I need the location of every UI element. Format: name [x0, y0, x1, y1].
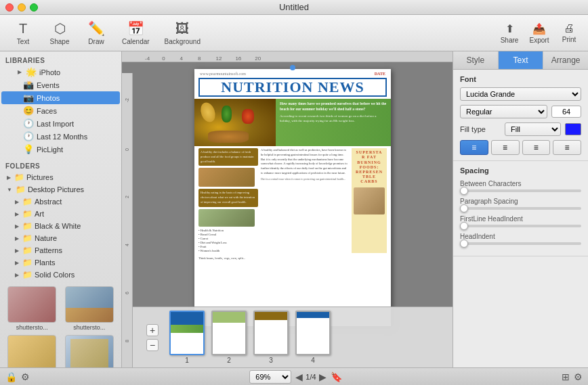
- between-chars-thumb[interactable]: [460, 187, 468, 195]
- text-button[interactable]: T Text: [7, 18, 39, 48]
- folder-art[interactable]: ▶ 📁 Art: [1, 208, 120, 220]
- page-title-box[interactable]: NUTRITION NEWS: [198, 78, 387, 97]
- libraries-header: LIBRARIES: [0, 55, 121, 66]
- draw-button[interactable]: ✏️ Draw: [80, 18, 112, 48]
- main-content: A healthy diet includes a balance of fre…: [194, 146, 391, 255]
- align-justify-button[interactable]: ≡: [553, 140, 581, 155]
- intro-text: How many times have we promised ourselve…: [276, 99, 391, 146]
- folder-black-white[interactable]: ▶ 📁 Black & White: [1, 220, 120, 232]
- sidebar-item-piclight[interactable]: 💡 PicLight: [1, 143, 120, 156]
- sidebar-item-faces[interactable]: 😊 Faces: [1, 104, 120, 117]
- folder-desktop[interactable]: ▼ 📁 Desktop Pictures: [1, 183, 120, 196]
- folder-patterns[interactable]: ▶ 📁 Patterns: [1, 244, 120, 256]
- thumb-4[interactable]: shuttersto...: [63, 335, 117, 367]
- date-label: DATE: [375, 72, 385, 76]
- close-button[interactable]: [5, 3, 14, 12]
- maximize-button[interactable]: [30, 3, 38, 12]
- arrange-tab[interactable]: Arrange: [543, 51, 588, 69]
- font-section: Font Lucida Grande Regular Fill type Fil…: [453, 70, 588, 161]
- zoom-out-button[interactable]: −: [146, 339, 159, 351]
- thumb-2-label: shuttersto...: [73, 324, 105, 331]
- folder-icon: 📁: [16, 185, 26, 194]
- calendar-label: Calendar: [122, 38, 150, 45]
- align-right-button[interactable]: ≡: [522, 140, 551, 155]
- ruler-top: -4 0 4 8 12 16 20: [122, 51, 453, 62]
- folder-pictures[interactable]: ▶ 📁 Pictures: [1, 171, 120, 183]
- share-button[interactable]: ⬆ Share: [497, 22, 522, 44]
- font-style-row: Regular: [460, 105, 581, 118]
- background-button[interactable]: 🖼 Background: [159, 18, 206, 48]
- font-name-select[interactable]: Lucida Grande: [460, 87, 581, 101]
- shape-button[interactable]: ⬡ Shape: [43, 18, 76, 48]
- page-thumb-2[interactable]: 2: [211, 311, 247, 364]
- shape-label: Shape: [50, 38, 70, 45]
- between-chars-label: Between Characters: [460, 180, 581, 187]
- expand-icon: ▶: [15, 199, 19, 205]
- green-band: How many times have we promised ourselve…: [194, 99, 391, 146]
- ruler-left: -2 0 2 4 6 8: [122, 73, 133, 367]
- resize-handle-top[interactable]: [290, 65, 295, 70]
- folders-header: FOLDERS: [0, 161, 121, 171]
- folder-plants[interactable]: ▶ 📁 Plants: [1, 256, 120, 269]
- right-panel: Style Text Arrange Font Lucida Grande Re…: [453, 51, 588, 367]
- thumb-num-1: 1: [185, 357, 189, 364]
- gear-icon[interactable]: ⚙: [574, 371, 583, 382]
- settings-icon[interactable]: ⚙: [21, 371, 30, 382]
- left-column: A healthy diet includes a balance of fre…: [198, 148, 258, 253]
- thumbnail-strip: + − 1: [133, 307, 453, 367]
- headindent-thumb[interactable]: [460, 240, 468, 248]
- paragraph-thumb[interactable]: [460, 204, 468, 212]
- fill-color-swatch[interactable]: [565, 123, 581, 135]
- paragraph-slider[interactable]: [460, 207, 581, 210]
- minimize-button[interactable]: [18, 3, 26, 12]
- sidebar-item-last-import[interactable]: 🕐 Last Import: [1, 117, 120, 130]
- thumb-3[interactable]: shuttersto...: [5, 335, 59, 367]
- style-tab[interactable]: Style: [453, 51, 499, 69]
- font-style-select[interactable]: Regular: [460, 105, 547, 118]
- thumb-page-4-img: [295, 311, 331, 355]
- draw-label: Draw: [88, 38, 104, 45]
- font-size-input[interactable]: [551, 106, 581, 118]
- print-button[interactable]: 🖨 Print: [557, 22, 581, 43]
- thumb-page-2-img: [211, 311, 247, 355]
- text-tab[interactable]: Text: [499, 51, 544, 69]
- firstline-slider[interactable]: [460, 225, 581, 227]
- firstline-thumb[interactable]: [460, 222, 468, 230]
- thumb-2[interactable]: shuttersto...: [63, 286, 117, 331]
- folder-abstract[interactable]: ▶ 📁 Abstract: [1, 196, 120, 208]
- next-page-button[interactable]: ▶: [319, 371, 327, 382]
- sidebar-item-iphoto[interactable]: ▶ 🌟 iPhoto: [1, 66, 120, 78]
- last-import-icon: 🕐: [23, 118, 34, 129]
- canvas-content[interactable]: www.pearmountainsoft.com DATE NUTRITION …: [133, 62, 453, 367]
- folder-nature[interactable]: ▶ 📁 Nature: [1, 232, 120, 244]
- prev-page-button[interactable]: ◀: [295, 371, 303, 382]
- folder-solid-colors[interactable]: ▶ 📁 Solid Colors: [1, 269, 120, 281]
- between-chars-slider[interactable]: [460, 189, 581, 192]
- bookmark-icon[interactable]: 🔖: [331, 371, 342, 382]
- zoom-select[interactable]: 69%: [249, 370, 291, 384]
- thumb-1[interactable]: shuttersto...: [5, 286, 59, 331]
- sidebar-item-last-12-months[interactable]: 🕐 Last 12 Months: [1, 130, 120, 143]
- sidebar-item-events[interactable]: 📸 Events: [1, 78, 120, 91]
- page-info: 1/4: [306, 373, 316, 381]
- headindent-slider[interactable]: [460, 242, 581, 245]
- export-button[interactable]: 📤 Export: [527, 22, 551, 44]
- align-left-button[interactable]: ≡: [460, 140, 488, 155]
- align-center-button[interactable]: ≡: [491, 140, 520, 155]
- page-thumb-1[interactable]: 1: [169, 311, 205, 364]
- expand-icon: ▶: [7, 175, 11, 181]
- brown-box-2: Healthy eating is the basis of improving…: [198, 189, 258, 206]
- thumb-1-label: shuttersto...: [16, 324, 48, 331]
- expand-icon: ▶: [15, 272, 19, 278]
- page-thumb-4[interactable]: 4: [295, 311, 331, 364]
- page-thumb-3[interactable]: 3: [253, 311, 289, 364]
- sidebar-item-photos[interactable]: 📷 Photos: [1, 91, 120, 104]
- fill-type-select[interactable]: Fill: [505, 122, 561, 136]
- calendar-icon: 📅: [127, 20, 144, 37]
- thumb-num-2: 2: [227, 357, 231, 364]
- patterns-label: Patterns: [35, 246, 62, 254]
- toolbar-right: ⬆ Share 📤 Export 🖨 Print: [497, 22, 581, 44]
- photos-label: Photos: [37, 94, 60, 102]
- zoom-in-button[interactable]: +: [146, 324, 159, 336]
- calendar-button[interactable]: 📅 Calendar: [117, 18, 155, 48]
